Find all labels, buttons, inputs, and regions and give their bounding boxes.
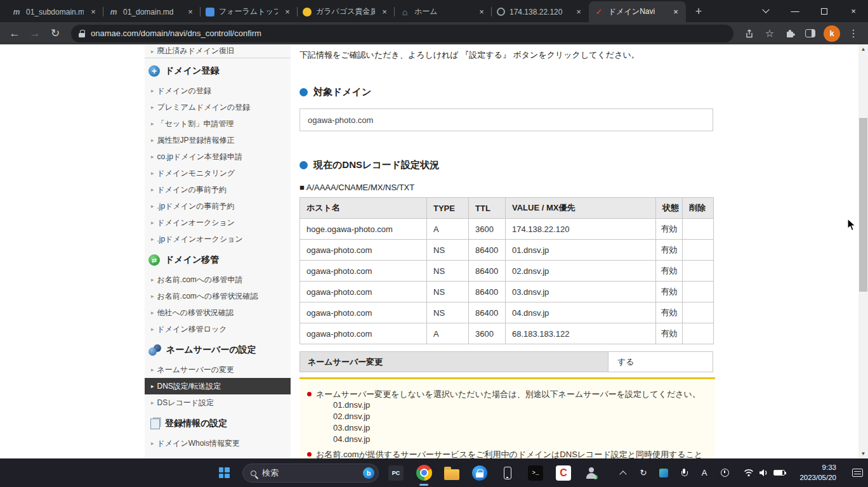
taskbar-app-contacts[interactable] (577, 458, 605, 487)
side-panel-icon[interactable] (801, 24, 820, 43)
profile-avatar[interactable]: k (824, 25, 840, 42)
address-bar[interactable]: onamae.com/domain/navi/dns_controll/conf… (71, 25, 733, 42)
tab-galapagos[interactable]: ガラパゴス貴金属/ × (298, 1, 395, 22)
close-icon[interactable]: × (185, 7, 195, 17)
forward-button[interactable]: → (25, 24, 44, 43)
taskbar-app-lock[interactable] (466, 458, 494, 487)
target-domain-value: ogawa-photo.com (308, 115, 373, 125)
bookmark-star-icon[interactable]: ☆ (760, 24, 779, 43)
main-content: 下記情報をご確認いただき、よろしければ 『設定する』 ボタンをクリックしてくださ… (299, 44, 716, 458)
sidebar-item-label: DSレコード設定 (157, 398, 214, 408)
taskbar-app-c[interactable]: C (549, 458, 577, 487)
lock-icon[interactable] (79, 30, 85, 37)
blue-bullet-icon (299, 161, 308, 169)
url-text: onamae.com/domain/navi/dns_controll/conf… (91, 29, 261, 38)
sidebar-item-dns-settings-active[interactable]: ▸DNS設定/転送設定 (145, 378, 291, 394)
sidebar-item[interactable]: ▸お名前.comへの移管申請 (145, 271, 291, 288)
taskbar-clock[interactable]: 9:33 2023/05/20 (791, 458, 836, 487)
sidebar-item[interactable]: ▸co.jpドメイン本登録申請 (145, 148, 291, 165)
sidebar-item[interactable]: ▸.jpドメインの事前予約 (145, 198, 291, 214)
minimize-button[interactable]: — (780, 0, 810, 22)
tab-subdomain-md[interactable]: 01_subdomain.m × (6, 1, 103, 22)
sidebar-item[interactable]: ▸ドメインWhois情報変更 (145, 435, 291, 451)
tray-clock-app[interactable] (714, 458, 735, 487)
close-icon[interactable]: × (477, 7, 487, 17)
tray-status-group[interactable] (741, 458, 787, 487)
tab-home[interactable]: ホーム × (395, 1, 492, 22)
scroll-up-icon[interactable]: ▲ (858, 44, 868, 54)
tray-ime-mode[interactable]: A (694, 458, 714, 487)
tray-sync-icon[interactable]: ↻ (633, 458, 654, 487)
sidebar-section-nameserver-settings: ネームサーバーの設定 (145, 339, 291, 361)
cell-delete (683, 282, 714, 302)
refresh-button[interactable]: ↻ (46, 24, 65, 43)
sidebar-item-label: プレミアムドメインの登録 (157, 102, 251, 113)
sidebar-item[interactable]: ▸ドメインモニタリング (145, 165, 291, 181)
terminal-icon: >_ (528, 465, 543, 481)
tray-app-icon[interactable] (654, 458, 674, 487)
taskbar-app-pc[interactable]: PC (382, 458, 410, 487)
taskbar-app-terminal[interactable]: >_ (522, 458, 549, 487)
back-button[interactable]: ← (5, 24, 24, 43)
tab-ip-address[interactable]: 174.138.22.120 × (492, 1, 589, 22)
vertical-scrollbar[interactable]: ▲ ▼ (858, 44, 868, 458)
taskbar-search[interactable]: 検索 b (242, 464, 379, 483)
sidebar-item[interactable]: ▸お名前.comへの移管状況確認 (145, 288, 291, 304)
cell-value: 04.dnsv.jp (506, 302, 656, 323)
scrollbar-thumb[interactable] (859, 118, 867, 292)
cell-host: ogawa-photo.com (300, 240, 427, 261)
touch-keyboard-button[interactable] (848, 458, 867, 487)
close-icon[interactable]: × (88, 7, 98, 17)
sidebar-item[interactable]: ▸ドメインの事前予約 (145, 181, 291, 198)
chrome-icon (416, 465, 432, 481)
sidebar-item[interactable]: ▸.jpドメインオークション (145, 231, 291, 247)
scroll-down-icon[interactable]: ▼ (858, 449, 868, 458)
tab-strip: 01_subdomain.m × 01_domain.md × フォーラムトップ… (0, 1, 707, 22)
new-tab-button[interactable]: + (690, 3, 707, 20)
sidebar-item[interactable]: ▸他社への移管状況確認 (145, 304, 291, 321)
sidebar-item[interactable]: ▸ドメイン移管ロック (145, 321, 291, 337)
sidebar-item[interactable]: ▸属性型JP登録情報修正 (145, 132, 291, 148)
close-icon[interactable]: × (671, 7, 681, 17)
cell-status: 有効 (656, 240, 683, 261)
taskbar-app-chrome[interactable] (410, 458, 438, 487)
markdown-favicon-icon (109, 7, 119, 17)
chevron-right-icon: ▸ (151, 367, 154, 373)
sidebar-item[interactable]: ▸ネームサーバーの変更 (145, 361, 291, 378)
windows-taskbar: 検索 b PC >_ C ↻ A 9:33 2023/05/20 (0, 458, 868, 487)
close-icon[interactable]: × (282, 7, 293, 17)
tab-search-chevron-icon[interactable] (751, 0, 780, 22)
close-icon[interactable]: × (379, 7, 390, 17)
extensions-puzzle-icon[interactable] (780, 24, 799, 43)
tray-microphone[interactable] (674, 458, 694, 487)
chevron-right-icon: ▸ (151, 48, 154, 55)
table-row: ogawa-photo.com NS 86400 01.dnsv.jp 有効 (300, 240, 714, 261)
chevron-right-icon: ▸ (151, 88, 154, 94)
tab-forum[interactable]: フォーラムトップ - バ × (201, 1, 298, 22)
sidebar-item[interactable]: ▸ドメインの登録 (145, 82, 291, 99)
markdown-favicon-icon (11, 7, 22, 17)
tab-domain-md[interactable]: 01_domain.md × (103, 1, 201, 22)
browser-toolbar: ← → ↻ onamae.com/domain/navi/dns_control… (0, 22, 868, 44)
cell-status: 有効 (656, 302, 683, 323)
taskbar-app-phone[interactable] (494, 458, 522, 487)
sidebar-item[interactable]: ▸「セット割」申請管理 (145, 115, 291, 132)
taskbar-app-explorer[interactable] (438, 458, 466, 487)
sidebar-item[interactable]: ▸プレミアムドメインの登録 (145, 99, 291, 115)
share-icon[interactable] (740, 24, 759, 43)
close-window-button[interactable]: × (839, 0, 868, 22)
sidebar-item[interactable]: ▸DSレコード設定 (145, 394, 291, 411)
globe-favicon-icon (497, 8, 505, 16)
start-button[interactable] (211, 458, 237, 487)
tray-show-hidden-icons[interactable] (613, 458, 633, 487)
sidebar-item-label: ドメインオークション (157, 218, 235, 228)
tab-domain-navi[interactable]: ドメインNavi × (589, 1, 686, 22)
status-dot (593, 475, 598, 479)
menu-kebab-icon[interactable]: ⋮ (844, 24, 863, 43)
maximize-button[interactable] (810, 0, 839, 22)
close-icon[interactable]: × (574, 7, 584, 17)
sidebar-item[interactable]: ▸ドメインオークション (145, 214, 291, 231)
cell-value: 03.dnsv.jp (506, 282, 656, 302)
table-row: ogawa-photo.com NS 86400 02.dnsv.jp 有効 (300, 261, 714, 282)
sidebar-item-restore-domain[interactable]: ▸ 廃止済みドメイン復旧 (145, 44, 291, 58)
